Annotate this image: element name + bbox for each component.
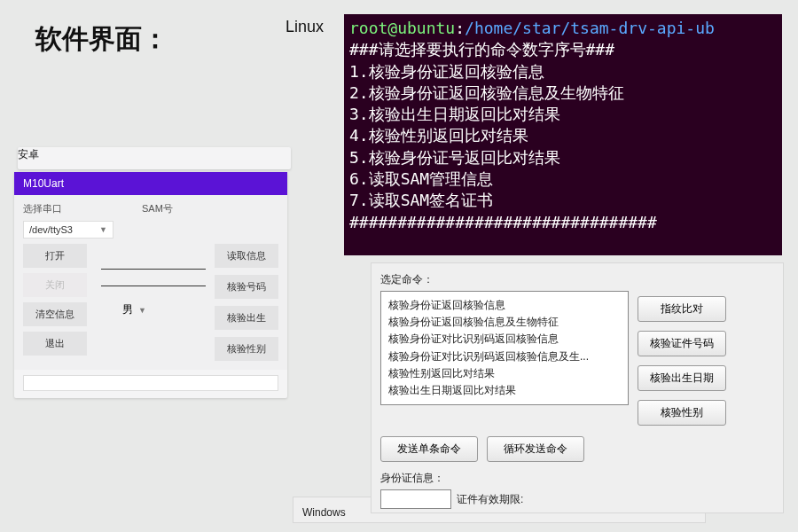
list-item[interactable]: 核验身份证对比识别码返回核验信息 [388,331,621,348]
term-item-3: 3.核验出生日期返回比对结果 [349,104,777,125]
term-item-2: 2.核验身份证返回核验信息及生物特征 [349,82,777,104]
term-item-6: 6.读取SAM管理信息 [349,168,777,190]
list-item[interactable]: 核验身份证返回核验信息及生物特征 [388,314,621,331]
verify-birthdate-button[interactable]: 核验出生日期 [638,365,726,391]
id-info-input[interactable] [380,489,451,509]
fingerprint-compare-button[interactable]: 指纹比对 [638,296,726,322]
windows-panel: 选定命令： 核验身份证返回核验信息 核验身份证返回核验信息及生物特征 核验身份证… [371,262,784,513]
verify-id-number-button[interactable]: 核验证件号码 [638,331,726,356]
sam-label: SAM号 [142,202,173,215]
verify-gender-button[interactable]: 核验性别 [215,337,278,361]
id-expire-label: 证件有效期限: [457,492,523,507]
input-line-2[interactable] [101,286,206,286]
select-cmd-label: 选定命令： [380,272,774,287]
prompt-user: root@ubuntu [349,19,455,37]
open-button[interactable]: 打开 [23,244,87,268]
read-info-button[interactable]: 读取信息 [215,244,278,268]
exit-button[interactable]: 退出 [23,332,87,356]
android-panel: M10Uart 选择串口 SAM号 /dev/ttyS3 ▼ 打开 关闭 清空信… [14,172,287,398]
chevron-down-icon: ▼ [99,225,107,234]
list-item[interactable]: 核验性别返回比对结果 [388,365,621,382]
page-title: 软件界面： [35,21,168,58]
term-item-4: 4.核验性别返回比对结果 [349,125,777,146]
term-item-1: 1.核验身份证返回核验信息 [349,61,777,82]
linux-terminal: root@ubuntu:/home/star/tsam-drv-api-ub #… [344,14,782,255]
prompt-path: /home/star/tsam-drv-api-ub [465,19,715,37]
android-titlebar: M10Uart [14,172,287,195]
gender-value: 男 [122,302,133,317]
android-label: 安卓 [18,147,291,169]
send-single-button[interactable]: 发送单条命令 [380,436,478,462]
port-value: /dev/ttyS3 [29,224,73,235]
clear-button[interactable]: 清空信息 [23,302,87,326]
port-label: 选择串口 [23,202,83,215]
chevron-down-icon[interactable]: ▼ [138,306,146,315]
term-header: ###请选择要执行的命令数字序号### [349,39,777,60]
input-line-1[interactable] [101,269,206,270]
verify-gender-button[interactable]: 核验性别 [638,400,726,426]
linux-label: Linux [286,18,324,36]
command-listbox[interactable]: 核验身份证返回核验信息 核验身份证返回核验信息及生物特征 核验身份证对比识别码返… [380,291,629,405]
send-loop-button[interactable]: 循环发送命令 [487,436,584,462]
prompt-sep: : [455,19,465,37]
list-item[interactable]: 核验身份证返回核验信息 [388,297,621,314]
list-item[interactable]: 核验身份证对比识别码返回核验信息及生... [388,348,621,365]
terminal-prompt: root@ubuntu:/home/star/tsam-drv-api-ub [349,18,777,39]
android-output-box [23,375,278,391]
close-button[interactable]: 关闭 [23,273,87,297]
term-footer: ################################ [349,212,777,233]
list-item[interactable]: 核验出生日期返回比对结果 [388,382,621,399]
port-select[interactable]: /dev/ttyS3 ▼ [23,221,113,239]
term-item-5: 5.核验身份证号返回比对结果 [349,147,777,168]
id-info-label: 身份证信息： [380,471,444,486]
term-item-7: 7.读取SAM签名证书 [349,190,777,211]
verify-birth-button[interactable]: 核验出生 [215,306,278,330]
verify-number-button[interactable]: 核验号码 [215,275,278,299]
